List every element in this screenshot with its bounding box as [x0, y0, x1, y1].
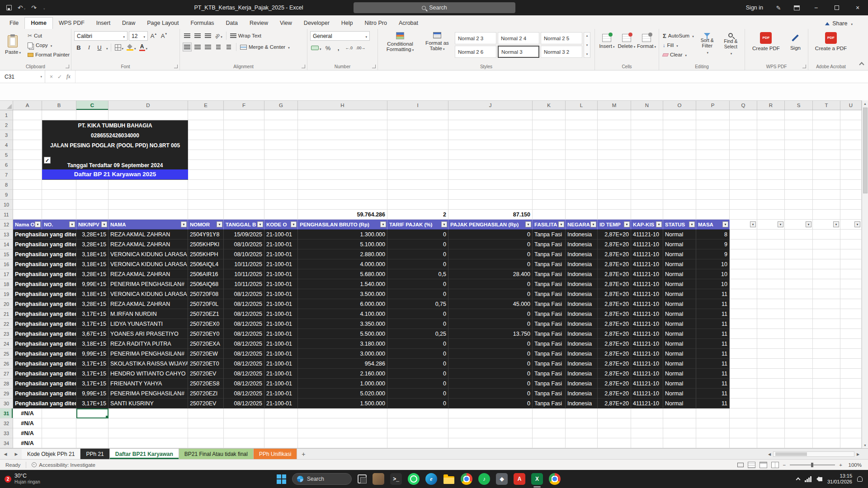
taskbar-app-excel-icon[interactable]: X [531, 473, 543, 485]
cell-H30[interactable]: 1.500.000 [298, 399, 387, 408]
filter-button-D[interactable]: ▾ [181, 221, 187, 227]
normal-view-button[interactable] [748, 462, 755, 468]
cell-L27[interactable]: Indonesia [566, 369, 598, 379]
filter-button-C[interactable]: ▾ [101, 221, 107, 227]
cell-Q23[interactable] [730, 329, 757, 339]
font-dialog-launcher[interactable] [174, 65, 178, 68]
cell-Q19[interactable] [730, 289, 757, 299]
cell-H26[interactable]: 954.286 [298, 359, 387, 369]
cell-J22[interactable]: 0 [448, 319, 533, 329]
cell-I31[interactable] [387, 408, 448, 418]
cell-U13[interactable] [840, 230, 862, 239]
cell-E22[interactable]: 250720EX0 [188, 319, 224, 329]
cell-K3[interactable] [533, 130, 566, 140]
cell-N16[interactable]: 411121-10 [631, 259, 663, 269]
cell-P12[interactable]: MASA▾ [696, 220, 730, 230]
cell-C15[interactable]: 3,18E+15 [76, 249, 108, 259]
sheet-tab-pph-21[interactable]: PPh 21 [80, 449, 109, 459]
wrap-text-button[interactable]: Wrap Text [229, 31, 262, 40]
cell-F34[interactable] [224, 438, 264, 448]
cell-T18[interactable] [813, 279, 840, 289]
cell-U23[interactable] [840, 329, 862, 339]
cell-S16[interactable] [785, 259, 813, 269]
cell-R32[interactable] [757, 418, 785, 428]
cell-L6[interactable] [566, 160, 598, 170]
cell-Q34[interactable] [730, 438, 757, 448]
cell-S34[interactable] [785, 438, 813, 448]
cell-M33[interactable] [598, 428, 631, 438]
cell-F33[interactable] [224, 428, 264, 438]
cell-B11[interactable] [42, 210, 76, 220]
zoom-level[interactable]: 100% [846, 462, 862, 468]
cell-R9[interactable] [757, 190, 785, 200]
cell-G2[interactable] [264, 120, 298, 130]
cell-L12[interactable]: NEGARA▾ [566, 220, 598, 230]
cell-K19[interactable]: Tanpa Fasi [533, 289, 566, 299]
cell-I9[interactable] [387, 190, 448, 200]
cell-D29[interactable]: PENERIMA PENGHASILAN# [108, 389, 188, 399]
cell-A9[interactable] [13, 190, 42, 200]
cell-U24[interactable] [840, 339, 862, 349]
ribbon-tab-page-layout[interactable]: Page Layout [141, 18, 184, 29]
cell-M34[interactable] [598, 438, 631, 448]
cell-I20[interactable]: 0,75 [387, 299, 448, 309]
cell-M5[interactable] [598, 150, 631, 160]
cell-Q8[interactable] [730, 180, 757, 190]
cell-E6[interactable] [188, 160, 224, 170]
cell-O11[interactable] [663, 210, 696, 220]
cell-N31[interactable] [631, 408, 663, 418]
cell-R11[interactable] [757, 210, 785, 220]
cell-A29[interactable]: Penghasilan yang diter [13, 389, 76, 399]
cell-K34[interactable] [533, 438, 566, 448]
cell-B8[interactable] [42, 180, 76, 190]
sheet-tab-kode-objek-pph-21[interactable]: Kode Objek PPh 21 [22, 449, 80, 459]
cell-P2[interactable] [696, 120, 730, 130]
cell-E8[interactable] [188, 180, 224, 190]
cell-J20[interactable]: 45.000 [448, 299, 533, 309]
style-normal-2-6[interactable]: Normal 2 6 [455, 46, 496, 58]
cell-K28[interactable]: Tanpa Fasi [533, 379, 566, 389]
cell-Q17[interactable] [730, 269, 757, 279]
gallery-down-icon[interactable]: ▾ [586, 43, 588, 47]
cell-R4[interactable] [757, 140, 785, 150]
cell-P9[interactable] [696, 190, 730, 200]
cell-A2[interactable] [13, 120, 42, 130]
cell-I30[interactable]: 0 [387, 399, 448, 408]
cell-T7[interactable] [813, 170, 840, 180]
cell-N18[interactable]: 411121-10 [631, 279, 663, 289]
cell-E14[interactable]: 2505KHPKI [188, 239, 224, 249]
cell-N21[interactable]: 411121-10 [631, 309, 663, 319]
cell-M4[interactable] [598, 140, 631, 150]
column-header-K[interactable]: K [533, 101, 566, 110]
cell-O25[interactable]: Normal [663, 349, 696, 359]
cell-A24[interactable]: Penghasilan yang diter [13, 339, 76, 349]
cell-I17[interactable]: 0,5 [387, 269, 448, 279]
cell-N17[interactable]: 411121-10 [631, 269, 663, 279]
row-header-21[interactable]: 21 [0, 309, 13, 319]
cell-Q33[interactable] [730, 428, 757, 438]
cell-I16[interactable]: 0 [387, 259, 448, 269]
borders-button[interactable] [114, 43, 125, 52]
cell-F30[interactable]: 08/12/2025 [224, 399, 264, 408]
restore-button[interactable] [826, 0, 847, 15]
cell-H13[interactable]: 1.300.000 [298, 230, 387, 239]
grow-font-button[interactable]: A▲ [149, 32, 158, 41]
cell-K10[interactable] [533, 200, 566, 210]
alignment-dialog-launcher[interactable] [302, 65, 305, 68]
cell-D1[interactable] [108, 110, 188, 120]
cell-J2[interactable] [448, 120, 533, 130]
cell-G33[interactable] [264, 428, 298, 438]
cell-T20[interactable] [813, 299, 840, 309]
cell-D11[interactable] [108, 210, 188, 220]
cell-G3[interactable] [264, 130, 298, 140]
cell-G23[interactable]: 21-100-01 [264, 329, 298, 339]
cell-M1[interactable] [598, 110, 631, 120]
style-normal-3[interactable]: Normal 3 [498, 46, 539, 58]
cell-P31[interactable] [696, 408, 730, 418]
cell-R8[interactable] [757, 180, 785, 190]
row-header-28[interactable]: 28 [0, 379, 13, 389]
filter-button-K[interactable]: ▾ [558, 221, 564, 227]
cell-G16[interactable]: 21-100-01 [264, 259, 298, 269]
taskbar-app-photos-icon[interactable] [373, 473, 384, 485]
cell-L22[interactable]: Indonesia [566, 319, 598, 329]
